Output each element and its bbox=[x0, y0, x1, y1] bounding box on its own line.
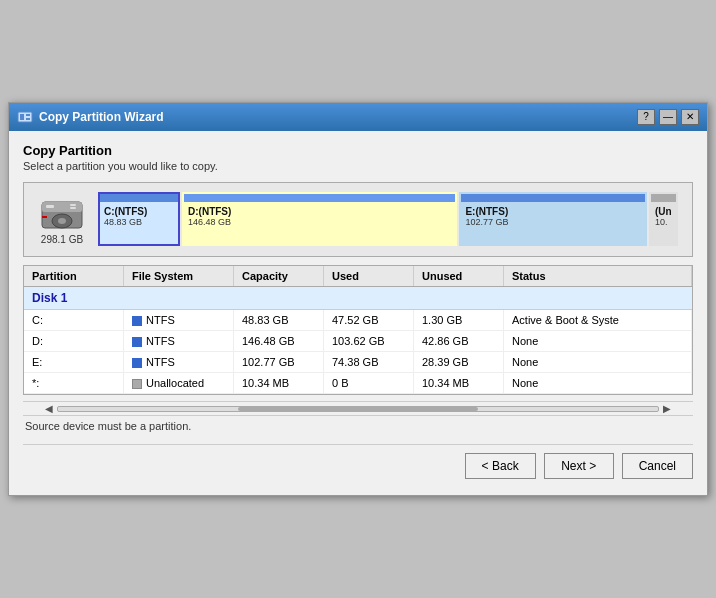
scrollbar-track[interactable] bbox=[57, 406, 659, 412]
next-button[interactable]: Next > bbox=[544, 453, 614, 479]
svg-rect-10 bbox=[70, 207, 76, 209]
cell-unused: 10.34 MB bbox=[414, 373, 504, 393]
fs-icon bbox=[132, 316, 142, 326]
svg-rect-3 bbox=[26, 118, 30, 120]
cell-unused: 28.39 GB bbox=[414, 352, 504, 372]
col-filesystem: File System bbox=[124, 266, 234, 286]
table-row[interactable]: E: NTFS 102.77 GB 74.38 GB 28.39 GB None bbox=[24, 352, 692, 373]
disk-group-row: Disk 1 bbox=[24, 287, 692, 310]
cell-filesystem: NTFS bbox=[124, 310, 234, 330]
seg-c-size: 48.83 GB bbox=[104, 217, 142, 227]
title-controls: ? — ✕ bbox=[637, 109, 699, 125]
main-window: Copy Partition Wizard ? — ✕ Copy Partiti… bbox=[8, 102, 708, 496]
cell-partition: C: bbox=[24, 310, 124, 330]
cell-unused: 42.86 GB bbox=[414, 331, 504, 351]
cell-partition: E: bbox=[24, 352, 124, 372]
seg-d-size: 146.48 GB bbox=[188, 217, 231, 227]
disk-group-label: Disk 1 bbox=[32, 291, 67, 305]
cell-partition: D: bbox=[24, 331, 124, 351]
col-unused: Unused bbox=[414, 266, 504, 286]
cell-status: None bbox=[504, 352, 692, 372]
fs-icon bbox=[132, 337, 142, 347]
partition-e[interactable]: E:(NTFS) 102.77 GB bbox=[459, 192, 647, 246]
app-icon bbox=[17, 109, 33, 125]
disk-visual: 298.1 GB C:(NTFS) 48.83 GB D:(NTFS) 146.… bbox=[23, 182, 693, 257]
cancel-button[interactable]: Cancel bbox=[622, 453, 693, 479]
seg-unalloc-size: 10. bbox=[655, 217, 668, 227]
svg-rect-2 bbox=[26, 114, 30, 116]
title-bar: Copy Partition Wizard ? — ✕ bbox=[9, 103, 707, 131]
col-status: Status bbox=[504, 266, 692, 286]
disk-size-label: 298.1 GB bbox=[41, 234, 83, 245]
seg-e-size: 102.77 GB bbox=[465, 217, 508, 227]
button-row: < Back Next > Cancel bbox=[23, 444, 693, 483]
page-subtitle: Select a partition you would like to cop… bbox=[23, 160, 693, 172]
scrollbar-thumb[interactable] bbox=[238, 407, 478, 411]
cell-capacity: 48.83 GB bbox=[234, 310, 324, 330]
seg-c-label: C:(NTFS) bbox=[104, 206, 147, 217]
col-capacity: Capacity bbox=[234, 266, 324, 286]
seg-e-label: E:(NTFS) bbox=[465, 206, 508, 217]
cell-status: None bbox=[504, 331, 692, 351]
cell-capacity: 146.48 GB bbox=[234, 331, 324, 351]
content-area: Copy Partition Select a partition you wo… bbox=[9, 131, 707, 495]
svg-rect-11 bbox=[42, 216, 47, 218]
partition-d[interactable]: D:(NTFS) 146.48 GB bbox=[182, 192, 457, 246]
svg-rect-1 bbox=[20, 114, 24, 120]
cell-capacity: 10.34 MB bbox=[234, 373, 324, 393]
fs-icon-gray bbox=[132, 379, 142, 389]
title-bar-left: Copy Partition Wizard bbox=[17, 109, 164, 125]
partition-unalloc[interactable]: (Un 10. bbox=[649, 192, 678, 246]
close-button[interactable]: ✕ bbox=[681, 109, 699, 125]
cell-filesystem: Unallocated bbox=[124, 373, 234, 393]
svg-rect-8 bbox=[46, 205, 54, 208]
page-title: Copy Partition bbox=[23, 143, 693, 158]
back-button[interactable]: < Back bbox=[465, 453, 536, 479]
cell-status: Active & Boot & Syste bbox=[504, 310, 692, 330]
cell-unused: 1.30 GB bbox=[414, 310, 504, 330]
help-button[interactable]: ? bbox=[637, 109, 655, 125]
cell-filesystem: NTFS bbox=[124, 352, 234, 372]
col-used: Used bbox=[324, 266, 414, 286]
disk-icon-container: 298.1 GB bbox=[32, 194, 92, 245]
partition-table: Partition File System Capacity Used Unus… bbox=[23, 265, 693, 395]
col-partition: Partition bbox=[24, 266, 124, 286]
minimize-button[interactable]: — bbox=[659, 109, 677, 125]
svg-point-7 bbox=[58, 218, 66, 224]
cell-used: 47.52 GB bbox=[324, 310, 414, 330]
scrollbar-area: ◀ ▶ bbox=[23, 401, 693, 415]
table-header: Partition File System Capacity Used Unus… bbox=[24, 266, 692, 287]
cell-status: None bbox=[504, 373, 692, 393]
status-bar: Source device must be a partition. bbox=[23, 415, 693, 436]
cell-used: 74.38 GB bbox=[324, 352, 414, 372]
cell-capacity: 102.77 GB bbox=[234, 352, 324, 372]
partition-c[interactable]: C:(NTFS) 48.83 GB bbox=[98, 192, 180, 246]
table-row[interactable]: D: NTFS 146.48 GB 103.62 GB 42.86 GB Non… bbox=[24, 331, 692, 352]
table-row[interactable]: *: Unallocated 10.34 MB 0 B 10.34 MB Non… bbox=[24, 373, 692, 394]
seg-d-label: D:(NTFS) bbox=[188, 206, 231, 217]
cell-partition: *: bbox=[24, 373, 124, 393]
scroll-left-arrow[interactable]: ◀ bbox=[41, 403, 57, 414]
table-rows: C: NTFS 48.83 GB 47.52 GB 1.30 GB Active… bbox=[24, 310, 692, 394]
window-title: Copy Partition Wizard bbox=[39, 110, 164, 124]
svg-rect-9 bbox=[70, 204, 76, 206]
cell-used: 103.62 GB bbox=[324, 331, 414, 351]
table-row[interactable]: C: NTFS 48.83 GB 47.52 GB 1.30 GB Active… bbox=[24, 310, 692, 331]
disk-icon bbox=[40, 194, 84, 232]
seg-unalloc-label: (Un bbox=[655, 206, 672, 217]
scroll-right-arrow[interactable]: ▶ bbox=[659, 403, 675, 414]
fs-icon bbox=[132, 358, 142, 368]
partition-bar-container: C:(NTFS) 48.83 GB D:(NTFS) 146.48 GB E:(… bbox=[98, 192, 684, 246]
cell-used: 0 B bbox=[324, 373, 414, 393]
cell-filesystem: NTFS bbox=[124, 331, 234, 351]
